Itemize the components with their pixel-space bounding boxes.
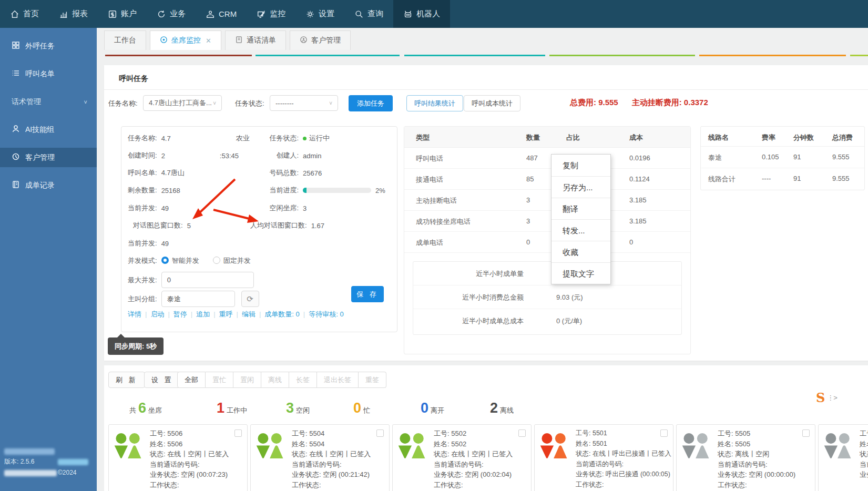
menu-item-translate[interactable]: 翻译 <box>552 198 610 219</box>
screenshot-tool-icon[interactable]: S ⋮> <box>816 390 837 405</box>
nav-item-settings[interactable]: 设置 <box>295 0 344 28</box>
stat-number: 3 <box>286 400 294 416</box>
divider <box>104 89 868 90</box>
link-start[interactable]: 启动 <box>150 310 164 318</box>
table-header: 类型 数量 占比 成本 <box>404 127 690 148</box>
agent-biz-label: 业务状态: <box>150 470 179 478</box>
nav-label: 账户 <box>121 9 137 19</box>
nav-item-home[interactable]: 首页 <box>0 0 49 28</box>
radio-fixed-concurrency[interactable]: 固定并发 <box>213 256 251 265</box>
sidebar-item-script-management[interactable]: 话术管理 ˅ <box>0 92 97 111</box>
link-pending-review[interactable]: 等待审核: 0 <box>309 310 343 318</box>
robot-icon <box>403 9 413 19</box>
refresh-icon[interactable]: ⟳ <box>241 291 259 307</box>
sidebar-item-customer-management[interactable]: 客户管理 <box>0 148 97 167</box>
cell-count: 3 <box>526 196 530 204</box>
field-value: 49 <box>161 240 169 248</box>
caller-group-input[interactable] <box>161 291 235 307</box>
call-result-stats-button[interactable]: 呼叫结果统计 <box>406 95 463 111</box>
nav-item-query[interactable]: 查询 <box>344 0 393 28</box>
nav-item-monitor[interactable]: 监控 <box>247 0 295 28</box>
nav-item-crm[interactable]: CRM <box>196 0 247 28</box>
stat-number: 0 <box>421 400 428 416</box>
sidebar-item-call-lists[interactable]: 呼叫名单 <box>0 64 97 84</box>
agent-biz-status: 空闲 (00:00:00) <box>749 470 795 478</box>
link-edit[interactable]: 编辑 <box>242 310 256 318</box>
save-button[interactable]: 保 存 <box>351 286 384 302</box>
summary-value: 0 (元/单) <box>556 317 582 325</box>
tab-label: 客户管理 <box>311 36 341 45</box>
sidebar-item-ai-skill-group[interactable]: AI技能组 <box>0 120 97 139</box>
agent-id: 5506 <box>167 429 182 437</box>
menu-item-copy[interactable]: 复制 <box>552 155 610 176</box>
agent-checkbox[interactable] <box>234 429 242 437</box>
sidebar-item-label: 客户管理 <box>25 153 55 162</box>
nav-item-business[interactable]: 业务 <box>147 0 196 28</box>
agent-name-label: 姓名: <box>860 440 868 448</box>
sidebar-item-outbound-tasks[interactable]: 外呼任务 <box>0 36 97 56</box>
cell-total: 9.555 <box>832 153 850 161</box>
table-row: 线路合计----919.555 <box>701 168 864 190</box>
menu-item-save-as[interactable]: 另存为... <box>552 176 610 198</box>
agent-biz-label: 业务状态: <box>718 470 747 478</box>
search-icon <box>354 9 364 19</box>
menu-item-forward[interactable]: 转发... <box>552 219 610 241</box>
tab-agent-monitor[interactable]: 坐席监控 ✕ <box>150 30 221 50</box>
add-task-button[interactable]: 添加任务 <box>349 95 393 111</box>
stat-number: 0 <box>353 400 361 416</box>
cell-total: 9.555 <box>832 175 850 182</box>
nav-item-robot[interactable]: 机器人 <box>393 0 450 28</box>
sidebar: 外呼任务 呼叫名单 话术管理 ˅ AI技能组 客户管理 成单记录 版本: 2.5… <box>0 28 97 491</box>
link-deal-count[interactable]: 成单数量: 0 <box>264 310 299 318</box>
field-value: 25676 <box>303 169 322 177</box>
max-concurrency-input[interactable] <box>161 272 254 288</box>
cell-cost: 3.185 <box>629 217 647 225</box>
settings-button[interactable]: 设 置 <box>144 372 181 388</box>
cell-type: 主动挂断电话 <box>416 196 457 206</box>
task-name-select[interactable]: 4.7唐山主打工商备... ˅ <box>143 95 222 111</box>
agent-monitor-panel: 刷 新 设 置 全部 置忙 置闲 离线 长签 退出长签 重签 共6坐席 1工作中… <box>104 365 868 491</box>
call-cost-stats-button[interactable]: 呼叫成本统计 <box>464 95 520 111</box>
col-header-line: 线路名 <box>708 133 729 142</box>
field-label: 当前进度: <box>250 186 299 195</box>
crm-hands-icon <box>206 9 215 19</box>
cell-cost: 3.185 <box>629 196 647 204</box>
tab-customer-management[interactable]: 客户管理 <box>290 30 351 50</box>
field-value: 4.7 <box>161 135 171 142</box>
field-label: 任务状态: <box>250 134 299 143</box>
task-status-select[interactable]: -------- ˅ <box>270 95 338 111</box>
radio-smart-concurrency[interactable]: 智能并发 <box>161 256 199 265</box>
nav-label: 查询 <box>367 9 383 19</box>
table-row: 接通电话850.1124 <box>404 169 690 190</box>
version-label: 版本: 2.5.6 <box>0 457 58 466</box>
filter-all-button[interactable]: 全部 <box>177 372 206 388</box>
field-label: 主叫分组: <box>128 294 157 304</box>
tab-call-log[interactable]: 通话清单 <box>225 30 286 50</box>
book-icon <box>12 180 20 190</box>
menu-item-favorite[interactable]: 收藏 <box>552 241 610 262</box>
field-label: 对话图总窗口数: <box>133 221 183 230</box>
nav-item-reports[interactable]: 报表 <box>49 0 98 28</box>
refresh-button[interactable]: 刷 新 <box>108 372 145 388</box>
menu-item-extract-text[interactable]: 提取文字 <box>552 262 610 284</box>
agent-checkbox[interactable] <box>518 429 526 437</box>
nav-item-account[interactable]: 账户 <box>98 0 147 28</box>
table-header: 线路名 费率 分钟数 总消费 <box>701 127 864 147</box>
agent-checkbox[interactable] <box>376 429 384 437</box>
link-detail[interactable]: 详情 <box>128 310 141 318</box>
tab-label: 坐席监控 <box>171 36 201 45</box>
link-recall[interactable]: 重呼 <box>219 310 233 318</box>
field-value: 3 <box>303 204 307 212</box>
close-icon[interactable]: ✕ <box>206 37 211 45</box>
agent-biz-status: 空闲 (00:07:23) <box>181 470 228 478</box>
tab-workbench[interactable]: 工作台 <box>104 30 146 50</box>
task-status-filter-label: 任务状态: <box>235 99 264 108</box>
agent-checkbox[interactable] <box>802 429 810 437</box>
nav-label: 机器人 <box>416 9 440 19</box>
agents-pair-icon <box>113 432 144 462</box>
link-pause[interactable]: 暂停 <box>173 310 187 318</box>
link-append[interactable]: 追加 <box>196 310 210 318</box>
agent-call-label: 当前通话的号码: <box>718 461 768 468</box>
stat-label: 空闲 <box>296 406 310 414</box>
sidebar-item-deal-records[interactable]: 成单记录 <box>0 176 97 195</box>
